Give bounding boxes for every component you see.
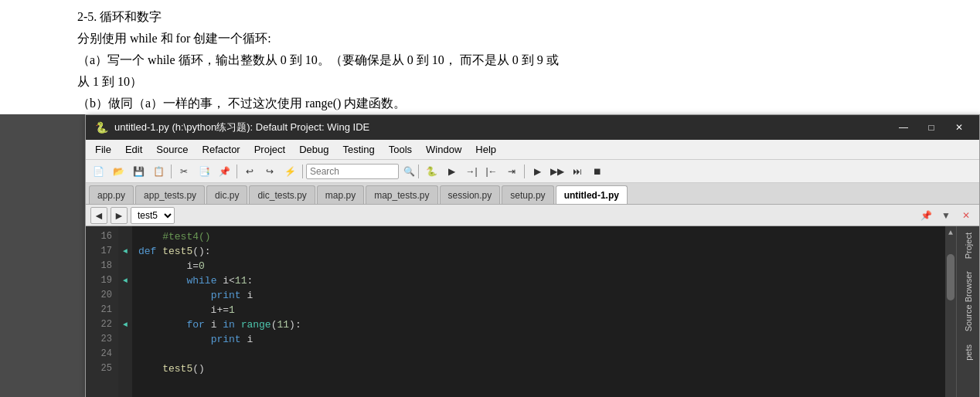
- fold-arrow-22[interactable]: ◄: [123, 321, 128, 329]
- tab-untitled-py[interactable]: untitled-1.py: [556, 185, 628, 204]
- nav-pin-controls: 📌 ▼ ✕: [917, 207, 975, 224]
- toolbar-new[interactable]: 📄: [89, 163, 107, 180]
- for-space: [235, 319, 241, 331]
- tab-app-tests-py[interactable]: app_tests.py: [135, 185, 205, 204]
- tab-dic-py[interactable]: dic.py: [206, 185, 247, 204]
- nav-forward-button[interactable]: ►: [111, 207, 128, 224]
- window-controls: — □ ✕: [893, 120, 970, 135]
- nav-back-button[interactable]: ◄: [90, 207, 107, 224]
- pin-button[interactable]: 📌: [917, 207, 934, 224]
- tab-map-py[interactable]: map.py: [317, 185, 364, 204]
- fold-arrow-17[interactable]: ◄: [123, 247, 128, 256]
- doc-line-3: （a）写一个 while 循环，输出整数从 0 到 10。（要确保是从 0 到 …: [77, 49, 559, 71]
- scroll-thumb[interactable]: [947, 254, 954, 300]
- tab-dic-tests-py[interactable]: dic_tests.py: [249, 185, 315, 204]
- menu-edit[interactable]: Edit: [119, 142, 148, 157]
- toolbar-debug1[interactable]: ▶: [442, 163, 461, 180]
- close-button[interactable]: ✕: [948, 120, 970, 135]
- menu-project[interactable]: Project: [248, 142, 291, 157]
- marker-25: [118, 361, 132, 376]
- toolbar-open[interactable]: 📂: [109, 163, 128, 180]
- line-num-24: 24: [86, 347, 118, 361]
- indent-25: [138, 363, 162, 375]
- menu-refactor[interactable]: Refactor: [196, 142, 247, 157]
- doc-line-5: （b）做同（a）一样的事， 不过这次使用 range() 内建函数。: [77, 93, 559, 114]
- menu-file[interactable]: File: [89, 142, 117, 157]
- maximize-button[interactable]: □: [920, 120, 942, 135]
- minimize-button[interactable]: —: [893, 120, 914, 135]
- toolbar-extra[interactable]: ⚡: [281, 163, 299, 180]
- kw-print-23: print: [211, 334, 241, 345]
- search-input[interactable]: [306, 164, 399, 179]
- marker-22: ◄: [118, 317, 132, 332]
- tab-map-tests-py[interactable]: map_tests.py: [366, 185, 437, 204]
- marker-19: ◄: [118, 273, 132, 288]
- menu-debug[interactable]: Debug: [293, 142, 335, 157]
- toolbar-undo[interactable]: ↩: [240, 163, 259, 180]
- tab-session-py[interactable]: session.py: [440, 185, 501, 204]
- line-num-23: 23: [86, 332, 118, 347]
- menu-tools[interactable]: Tools: [383, 142, 418, 157]
- comment-16: #test4(): [138, 231, 211, 243]
- doc-line-2: 分别使用 while 和 for 创建一个循环:: [77, 28, 559, 49]
- toolbar-save[interactable]: 💾: [129, 163, 148, 180]
- pin-dropdown[interactable]: ▼: [937, 207, 954, 224]
- toolbar-run2[interactable]: ▶▶: [548, 163, 567, 180]
- toolbar-sep-4: [418, 165, 419, 178]
- code-line-16: #test4(): [138, 229, 939, 244]
- toolbar-copy[interactable]: 📑: [195, 163, 213, 180]
- ide-window: 🐍 untitled-1.py (h:\python练习题): Default …: [85, 114, 980, 397]
- menu-window[interactable]: Window: [420, 142, 468, 157]
- editor-main: 16 17 18 19 20 21 22 23 24 25 ◄ ◄: [86, 226, 979, 397]
- num-0: 0: [199, 260, 205, 272]
- menu-help[interactable]: Help: [469, 142, 502, 157]
- marker-24: [118, 347, 132, 361]
- code-line-22: for i in range(11):: [138, 317, 939, 332]
- code-line-21: i+=1: [138, 303, 939, 317]
- line-num-21: 21: [86, 303, 118, 317]
- code-line-23: print i: [138, 332, 939, 347]
- tab-app-py[interactable]: app.py: [89, 185, 134, 204]
- fold-arrow-19[interactable]: ◄: [123, 277, 128, 285]
- line-num-16: 16: [86, 229, 118, 244]
- menu-source[interactable]: Source: [150, 142, 194, 157]
- vertical-scrollbar[interactable]: ▲ ▼: [945, 226, 956, 397]
- print-20-var: i: [241, 290, 254, 301]
- toolbar-cut[interactable]: ✂: [175, 163, 193, 180]
- toolbar-step[interactable]: ⏭: [568, 163, 587, 180]
- toolbar-redo[interactable]: ↪: [260, 163, 279, 180]
- indent-21: i+=: [138, 304, 229, 316]
- sidebar-project-label[interactable]: Project: [964, 226, 973, 265]
- scroll-up-button[interactable]: ▲: [948, 226, 953, 239]
- toolbar-stop[interactable]: ⏹: [588, 163, 607, 180]
- toolbar: 📄 📂 💾 📋 ✂ 📑 📌 ↩ ↪ ⚡ 🔍 🐍 ▶ →| |← ⇥ ▶ ▶▶ ⏭…: [86, 160, 979, 183]
- code-line-19: while i<11:: [138, 273, 939, 288]
- code-line-24: [138, 347, 939, 361]
- marker-16: [118, 229, 132, 244]
- toolbar-indent-extra[interactable]: ⇥: [502, 163, 521, 180]
- sidebar-pets-label[interactable]: pets: [964, 338, 973, 367]
- toolbar-indent-right[interactable]: →|: [462, 163, 481, 180]
- toolbar-indent-left[interactable]: |←: [482, 163, 501, 180]
- toolbar-sep-1: [171, 165, 172, 178]
- paren-17: ():: [192, 246, 210, 257]
- builtin-range: range: [241, 319, 271, 331]
- toolbar-run[interactable]: ▶: [528, 163, 546, 180]
- close-tab-icon[interactable]: ✕: [958, 207, 975, 224]
- num-11b: 11: [277, 319, 289, 331]
- toolbar-sep-2: [236, 165, 237, 178]
- menu-testing[interactable]: Testing: [336, 142, 380, 157]
- function-dropdown[interactable]: test5: [131, 207, 175, 224]
- code-lines[interactable]: #test4() def test5(): i=0 while i<11: pr…: [132, 226, 945, 397]
- toolbar-paste[interactable]: 📌: [215, 163, 233, 180]
- code-line-25: test5(): [138, 361, 939, 376]
- line-num-25: 25: [86, 361, 118, 376]
- sidebar-source-browser-label[interactable]: Source Browser: [964, 265, 973, 338]
- indent-22: [138, 319, 186, 331]
- tab-setup-py[interactable]: setup.py: [502, 185, 553, 204]
- code-editor[interactable]: 16 17 18 19 20 21 22 23 24 25 ◄ ◄: [86, 226, 956, 397]
- kw-for: for: [186, 319, 204, 331]
- toolbar-python[interactable]: 🐍: [422, 163, 441, 180]
- toolbar-save-copy[interactable]: 📋: [149, 163, 168, 180]
- kw-def: def: [138, 246, 156, 257]
